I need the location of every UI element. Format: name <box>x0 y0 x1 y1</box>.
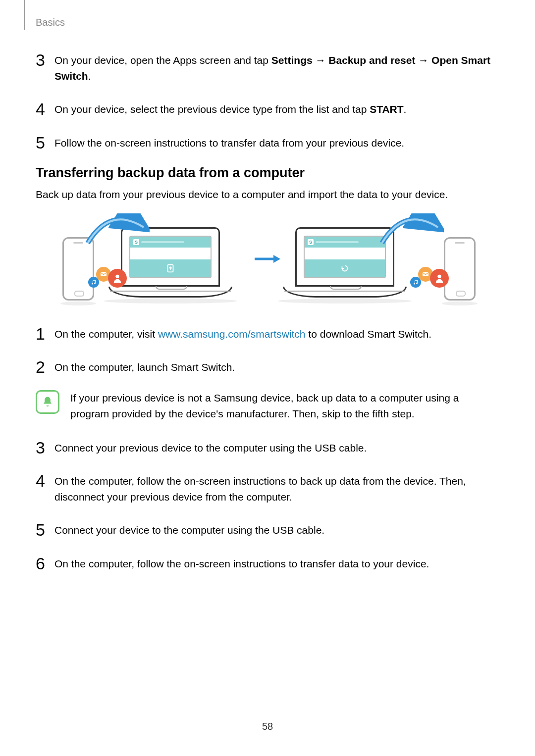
step-text: On the computer, visit www.samsung.com/s… <box>54 326 499 342</box>
step-number: 1 <box>36 325 54 342</box>
step-text: On your device, open the Apps screen and… <box>54 52 499 84</box>
step-number: 4 <box>36 101 54 117</box>
contact-icon <box>430 269 449 288</box>
svg-point-2 <box>94 282 96 284</box>
page-number: 58 <box>0 721 535 732</box>
upload-to-device-icon <box>165 263 176 274</box>
phone-shadow <box>60 302 96 305</box>
bold-start: START <box>370 103 403 115</box>
step-text: On the computer, follow the on-screen in… <box>54 556 499 572</box>
text-fragment: to download Smart Switch. <box>306 328 431 340</box>
illustration-phone-to-laptop: S <box>56 214 245 303</box>
text-fragment: On your device, open the Apps screen and… <box>54 54 271 66</box>
step-b-3: 3 Connect your previous device to the co… <box>36 437 499 456</box>
step-number: 3 <box>36 439 54 456</box>
svg-point-1 <box>92 283 93 284</box>
arrow: → <box>415 54 431 66</box>
svg-point-4 <box>115 274 119 278</box>
phone-shadow <box>442 302 478 305</box>
section-description: Back up data from your previous device t… <box>36 187 499 202</box>
step-text: Connect your previous device to the comp… <box>54 440 499 456</box>
step-text: On your device, select the previous devi… <box>54 101 499 117</box>
curved-arrow-icon <box>80 213 150 248</box>
header-divider <box>24 0 25 30</box>
curved-arrow-icon <box>374 213 444 248</box>
arrow: → <box>313 54 329 66</box>
illustration-row: S <box>36 214 499 303</box>
restore-icon <box>339 263 350 274</box>
step-text: On the computer, follow the on-screen in… <box>54 473 499 504</box>
text-fragment: On the computer, visit <box>54 328 158 340</box>
page-content: 3 On your device, open the Apps screen a… <box>36 50 499 586</box>
step-number: 5 <box>36 134 54 151</box>
step-number: 4 <box>36 472 54 489</box>
step-number: 5 <box>36 521 54 538</box>
svg-point-9 <box>437 274 441 278</box>
step-b-1: 1 On the computer, visit www.samsung.com… <box>36 323 499 342</box>
text-fragment: On your device, select the previous devi… <box>54 103 370 115</box>
data-icons-cluster <box>410 269 449 288</box>
text-fragment: . <box>88 70 91 82</box>
step-number: 2 <box>36 358 54 375</box>
text-fragment: . <box>404 103 407 115</box>
illustration-laptop-to-phone: S <box>290 214 479 303</box>
svg-point-7 <box>416 282 418 284</box>
step-b-4: 4 On the computer, follow the on-screen … <box>36 470 499 504</box>
right-arrow-icon <box>254 254 281 264</box>
section-heading: Transferring backup data from a computer <box>36 165 499 181</box>
step-b-2: 2 On the computer, launch Smart Switch. <box>36 356 499 375</box>
smartswitch-link[interactable]: www.samsung.com/smartswitch <box>158 328 306 340</box>
step-b-5: 5 Connect your device to the computer us… <box>36 519 499 538</box>
step-a-5: 5 Follow the on-screen instructions to t… <box>36 132 499 151</box>
breadcrumb: Basics <box>36 17 65 28</box>
step-a-4: 4 On your device, select the previous de… <box>36 99 499 117</box>
step-text: Follow the on-screen instructions to tra… <box>54 135 499 151</box>
step-text: On the computer, launch Smart Switch. <box>54 359 499 375</box>
bold-settings: Settings <box>271 54 313 66</box>
svg-rect-3 <box>101 272 107 276</box>
note-bell-icon <box>36 390 59 414</box>
step-b-6: 6 On the computer, follow the on-screen … <box>36 553 499 572</box>
note-text: If your previous device is not a Samsung… <box>70 390 499 422</box>
data-icons-cluster <box>88 269 127 288</box>
note-block: If your previous device is not a Samsung… <box>36 390 499 422</box>
step-text: Connect your device to the computer usin… <box>54 522 499 538</box>
contact-icon <box>108 269 127 288</box>
svg-point-6 <box>414 283 415 284</box>
step-a-3: 3 On your device, open the Apps screen a… <box>36 50 499 84</box>
step-number: 6 <box>36 555 54 572</box>
svg-rect-8 <box>423 272 428 276</box>
step-number: 3 <box>36 51 54 68</box>
bold-backup-reset: Backup and reset <box>328 54 415 66</box>
